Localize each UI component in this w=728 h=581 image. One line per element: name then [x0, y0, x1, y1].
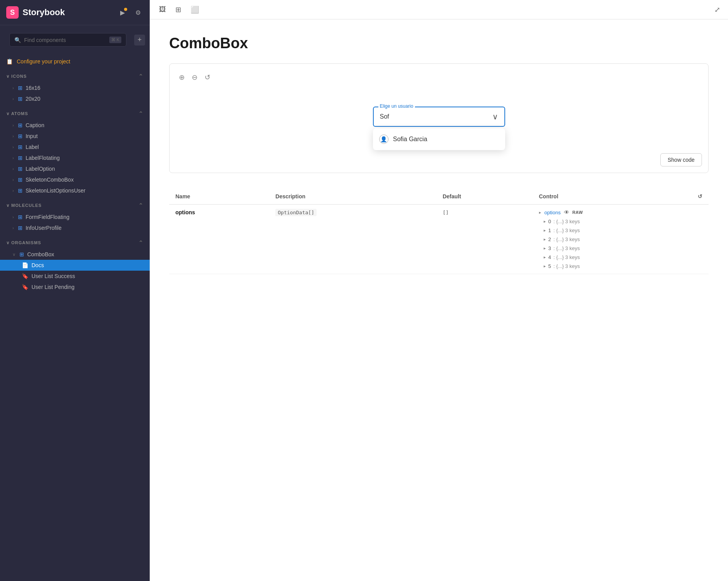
tree-value: : {...} 3 keys [553, 263, 580, 269]
search-icon: 🔍 [14, 37, 21, 43]
nav-item-combobox[interactable]: ∨ ⊞ ComboBox [0, 249, 150, 260]
tree-index: 5 [548, 263, 551, 269]
section-molecules: ∨ MOLECULES ⌃ › ⊞ FormFieldFloating › ⊞ … [0, 198, 150, 235]
tree-value: : {...} 3 keys [553, 228, 580, 233]
show-code-button[interactable]: Show code [660, 153, 702, 166]
tree-item-2: ▸ 2 : {...} 3 keys [539, 236, 702, 242]
nav-item-input[interactable]: › ⊞ Input [0, 131, 150, 142]
user-avatar-icon: 👤 [379, 135, 388, 144]
section-molecules-header[interactable]: ∨ MOLECULES ⌃ [0, 199, 150, 212]
grid-icon: ⊞ [18, 225, 23, 231]
section-organisms-chevron: ⌃ [138, 240, 144, 246]
tree-item-0: ▸ 0 : {...} 3 keys [539, 219, 702, 224]
expand-arrow-icon: › [12, 134, 14, 138]
nav-item-skeletonlistoptionsuser[interactable]: › ⊞ SkeletonListOptionsUser [0, 185, 150, 196]
grid-icon: ⊞ [18, 85, 23, 91]
options-link[interactable]: options [544, 210, 561, 215]
config-label: Configure your project [17, 58, 70, 65]
storybook-logo: S Storybook [6, 6, 117, 19]
frame-icon[interactable]: ⬜ [189, 4, 201, 16]
eye-icon[interactable]: 👁 [564, 209, 569, 215]
grid-icon: ⊞ [18, 177, 23, 183]
tree-value: : {...} 3 keys [553, 245, 580, 251]
storybook-logo-icon: S [6, 6, 19, 19]
section-icons-header[interactable]: ∨ ICONS ⌃ [0, 70, 150, 82]
nav-item-label: SkeletonListOptionsUser [26, 187, 86, 194]
nav-item-userlistsuccess[interactable]: 🔖 User List Success [0, 271, 150, 282]
combobox-label: Elige un usuario [378, 103, 415, 109]
main-content: 🖼 ⊞ ⬜ ⤢ ComboBox ⊕ ⊖ ↺ Elige un usuario … [150, 0, 728, 581]
expand-arrow-icon: › [12, 96, 14, 101]
settings-button[interactable]: ⚙ [133, 7, 144, 18]
tree-arrow-icon: ▸ [544, 246, 546, 251]
expand-arrow-icon: › [12, 215, 14, 219]
tree-arrow-icon: ▸ [544, 237, 546, 242]
nav-item-formfieldfloating[interactable]: › ⊞ FormFieldFloating [0, 212, 150, 222]
nav-item-skeletoncombobox[interactable]: › ⊞ SkeletonComboBox [0, 174, 150, 185]
section-atoms-header[interactable]: ∨ ATOMS ⌃ [0, 107, 150, 120]
options-description-cell: OptionData[] [269, 205, 436, 274]
sidebar: S Storybook ▶ ⚙ 🔍 ⌘ K + 📋 Configure your… [0, 0, 150, 581]
reset-all-icon[interactable]: ↺ [698, 193, 702, 200]
nav-item-userlistpending[interactable]: 🔖 User List Pending [0, 282, 150, 292]
nav-item-label: SkeletonComboBox [26, 177, 74, 183]
zoom-out-icon[interactable]: ⊖ [190, 72, 199, 83]
config-item[interactable]: 📋 Configure your project [0, 54, 150, 68]
raw-badge[interactable]: RAW [572, 210, 583, 215]
storybook-title: Storybook [23, 7, 65, 18]
grid-view-icon[interactable]: ⊞ [174, 4, 183, 16]
section-molecules-chevron: ⌃ [138, 202, 144, 208]
expand-icon[interactable]: ⤢ [714, 5, 720, 14]
section-organisms-label: ∨ ORGANISMS [6, 240, 41, 245]
combobox-chevron-icon[interactable]: ∨ [492, 112, 498, 121]
dropdown-item-sofia[interactable]: 👤 Sofia Garcia [373, 130, 505, 149]
combobox-input-wrapper[interactable]: Elige un usuario Sof ∨ [373, 107, 505, 127]
search-bar: 🔍 ⌘ K [9, 33, 126, 47]
combobox-input-text: Sof [380, 113, 492, 120]
section-icons: ∨ ICONS ⌃ › ⊞ 16x16 › ⊞ 20x20 [0, 68, 150, 106]
expand-arrow-icon: › [12, 226, 14, 230]
image-icon[interactable]: 🖼 [158, 4, 168, 15]
nav-item-labeloption[interactable]: › ⊞ LabelOption [0, 163, 150, 174]
tree-index: 0 [548, 219, 551, 224]
bookmark-icon: 🔖 [22, 284, 28, 290]
col-default: Default [436, 189, 533, 205]
section-atoms-label: ∨ ATOMS [6, 111, 28, 116]
nav-item-infouserprofile[interactable]: › ⊞ InfoUserProfile [0, 222, 150, 233]
config-icon: 📋 [6, 58, 13, 65]
tree-index: 1 [548, 228, 551, 233]
section-atoms: ∨ ATOMS ⌃ › ⊞ Caption › ⊞ Input › ⊞ Labe… [0, 106, 150, 198]
expand-arrow-icon: › [12, 145, 14, 149]
nav-item-label[interactable]: › ⊞ Label [0, 142, 150, 152]
nav-item-16x16[interactable]: › ⊞ 16x16 [0, 82, 150, 93]
add-button[interactable]: + [134, 35, 145, 46]
section-icons-label: ∨ ICONS [6, 74, 27, 79]
section-organisms-header[interactable]: ∨ ORGANISMS ⌃ [0, 236, 150, 249]
tree-index: 3 [548, 245, 551, 251]
expand-arrow-icon: › [12, 166, 14, 171]
expand-arrow-icon: › [12, 123, 14, 128]
expand-arrow-icon: › [12, 156, 14, 160]
nav-item-labelfloating[interactable]: › ⊞ LabelFlotating [0, 152, 150, 163]
nav-item-label: User List Pending [32, 284, 75, 290]
expand-arrow-icon: › [12, 86, 14, 90]
nav-item-caption[interactable]: › ⊞ Caption [0, 120, 150, 131]
nav-item-label: User List Success [32, 273, 75, 279]
section-atoms-chevron: ⌃ [138, 110, 144, 117]
col-name: Name [169, 189, 269, 205]
header-icons: ▶ ⚙ [117, 7, 144, 18]
sidebar-header: S Storybook ▶ ⚙ [0, 0, 150, 25]
tree-item-3: ▸ 3 : {...} 3 keys [539, 245, 702, 251]
zoom-in-icon[interactable]: ⊕ [177, 72, 186, 83]
play-button[interactable]: ▶ [117, 7, 128, 18]
tree-item-5: ▸ 5 : {...} 3 keys [539, 263, 702, 269]
nav-item-docs[interactable]: 📄 Docs [0, 260, 150, 271]
options-name-cell: options [169, 205, 269, 274]
reset-zoom-icon[interactable]: ↺ [203, 72, 212, 83]
nav-item-20x20[interactable]: › ⊞ 20x20 [0, 93, 150, 104]
col-description: Description [269, 189, 436, 205]
table-row: options OptionData[] [] ▸ options [169, 205, 709, 274]
search-input[interactable] [24, 37, 106, 43]
nav-item-label: ComboBox [27, 251, 54, 257]
grid-icon: ⊞ [19, 251, 24, 257]
